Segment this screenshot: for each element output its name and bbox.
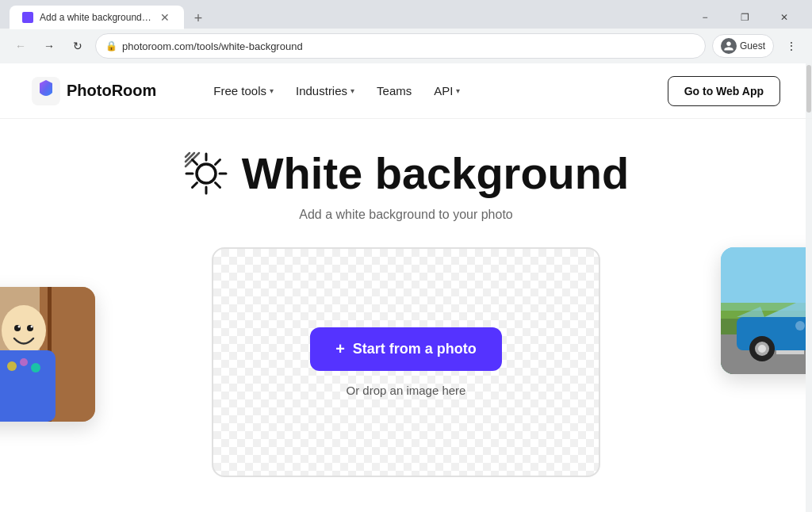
chevron-down-icon: ▾ (456, 86, 460, 95)
nav-free-tools-label: Free tools (213, 84, 266, 97)
scrollbar[interactable] (806, 63, 812, 512)
svg-point-23 (18, 326, 21, 328)
avatar (721, 38, 737, 54)
page-title: White background (242, 151, 629, 196)
svg-point-1 (197, 164, 216, 183)
navbar: PhotoRoom Free tools ▾ Industries ▾ Team… (0, 63, 812, 119)
svg-line-10 (186, 153, 190, 157)
sample-photo-person (0, 287, 95, 422)
hero-title: White background (16, 151, 796, 197)
svg-point-20 (31, 363, 40, 373)
back-button[interactable]: ← (10, 35, 32, 57)
tool-icon (183, 151, 229, 197)
minimize-button[interactable]: − (687, 6, 723, 29)
nav-item-industries[interactable]: Industries ▾ (286, 78, 364, 104)
svg-point-18 (7, 361, 17, 371)
forward-button[interactable]: → (38, 35, 60, 57)
maximize-button[interactable]: ❐ (726, 6, 763, 29)
subtitle: Add a white background to your photo (16, 208, 796, 222)
svg-line-8 (215, 160, 220, 165)
chevron-down-icon: ▾ (350, 86, 354, 95)
svg-rect-17 (0, 350, 56, 422)
svg-point-19 (20, 358, 28, 366)
drop-text: Or drop an image here (347, 384, 466, 397)
svg-point-16 (2, 305, 46, 356)
tab-favicon (22, 12, 33, 23)
page-content: PhotoRoom Free tools ▾ Industries ▾ Team… (0, 63, 812, 512)
tab-close-button[interactable]: ✕ (159, 11, 171, 24)
browser-tab[interactable]: Add a white background to you... ✕ (10, 6, 184, 29)
svg-point-35 (758, 345, 766, 353)
profile-name: Guest (740, 40, 765, 52)
browser-toolbar: ← → ↻ 🔒 photoroom.com/tools/white-backgr… (0, 29, 812, 63)
drop-zone-wrapper: + Start from a photo Or drop an image he… (16, 247, 796, 477)
close-button[interactable]: ✕ (766, 6, 802, 29)
nav-api-label: API (434, 84, 453, 97)
plus-icon: + (335, 340, 345, 358)
main-content: White background Add a white background … (0, 119, 812, 493)
nav-industries-label: Industries (296, 84, 347, 97)
nav-item-free-tools[interactable]: Free tools ▾ (204, 78, 283, 104)
reload-button[interactable]: ↻ (67, 35, 89, 57)
browser-chrome: Add a white background to you... ✕ + − ❐… (0, 0, 812, 63)
svg-line-9 (192, 183, 197, 188)
profile-button[interactable]: Guest (712, 34, 774, 58)
drop-zone[interactable]: + Start from a photo Or drop an image he… (212, 247, 600, 477)
nav-links: Free tools ▾ Industries ▾ Teams API ▾ (204, 78, 469, 104)
go-to-web-app-button[interactable]: Go to Web App (668, 76, 780, 106)
title-bar: Add a white background to you... ✕ + − ❐… (0, 0, 812, 29)
address-bar[interactable]: 🔒 photoroom.com/tools/white-background (95, 33, 706, 59)
tab-title: Add a white background to you... (40, 12, 152, 23)
tab-bar: Add a white background to you... ✕ + (10, 6, 209, 29)
svg-line-6 (192, 160, 197, 165)
nav-item-teams[interactable]: Teams (367, 78, 421, 104)
svg-point-42 (795, 321, 805, 331)
new-tab-button[interactable]: + (187, 7, 209, 29)
window-controls: − ❐ ✕ (687, 6, 802, 29)
start-button-label: Start from a photo (353, 341, 477, 357)
extensions-button[interactable]: ⋮ (780, 35, 802, 57)
svg-point-24 (31, 326, 33, 328)
svg-rect-29 (776, 350, 804, 354)
logo-icon (32, 77, 60, 105)
nav-cta: Go to Web App (668, 76, 780, 106)
url-text: photoroom.com/tools/white-background (122, 40, 695, 52)
nav-item-api[interactable]: API ▾ (424, 78, 469, 104)
lock-icon: 🔒 (105, 40, 117, 52)
sample-photo-car (721, 247, 812, 374)
logo[interactable]: PhotoRoom (32, 77, 156, 105)
chevron-down-icon: ▾ (270, 86, 274, 95)
svg-line-7 (215, 183, 220, 188)
logo-text: PhotoRoom (67, 82, 156, 100)
nav-teams-label: Teams (377, 84, 412, 97)
start-from-photo-button[interactable]: + Start from a photo (310, 327, 502, 371)
